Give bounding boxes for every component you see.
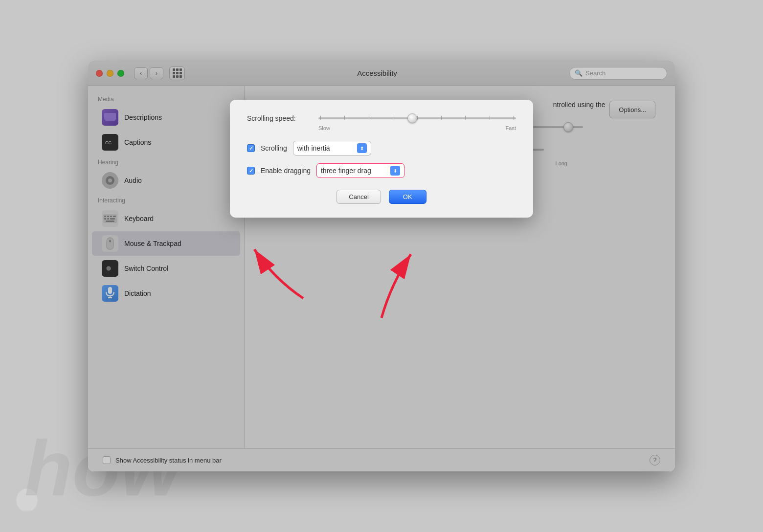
modal-dragging-row: Enable dragging three finger drag ⬍ [247, 163, 516, 178]
modal-scrolling-label: Scrolling [261, 144, 287, 152]
modal-dialog: Scrolling speed: [230, 100, 533, 218]
modal-scrolling-row: Scrolling with inertia ⬍ [247, 141, 516, 155]
modal-dragging-checkbox[interactable] [247, 167, 255, 175]
main-window: ‹ › Accessibility 🔍 Search Media [88, 61, 675, 471]
fast-label: Fast [506, 125, 516, 131]
modal-speed-label: Scrolling speed: [247, 114, 311, 122]
modal-cancel-button[interactable]: Cancel [337, 190, 381, 204]
modal-buttons: Cancel OK [247, 190, 516, 204]
lightbulb-icon [10, 483, 44, 527]
modal-dragging-label: Enable dragging [261, 167, 311, 175]
modal-ok-button[interactable]: OK [389, 190, 426, 204]
modal-speed-row: Scrolling speed: [247, 114, 516, 122]
modal-overlay: Scrolling speed: [88, 61, 675, 471]
modal-scrolling-arrow: ⬍ [357, 143, 367, 153]
modal-scrolling-value: with inertia [297, 144, 354, 152]
svg-point-24 [16, 488, 38, 512]
modal-speed-track[interactable] [318, 117, 516, 119]
svg-rect-27 [24, 516, 30, 518]
modal-dragging-arrow: ⬍ [390, 166, 400, 176]
modal-dragging-value: three finger drag [321, 167, 387, 175]
slow-label: Slow [318, 125, 330, 131]
modal-scrolling-select[interactable]: with inertia ⬍ [293, 141, 371, 155]
modal-speed-labels: Slow Fast [318, 125, 516, 131]
modal-speed-thumb [407, 113, 417, 123]
modal-scrolling-checkbox[interactable] [247, 144, 255, 152]
svg-rect-26 [23, 513, 30, 516]
modal-dragging-select[interactable]: three finger drag ⬍ [316, 163, 404, 178]
svg-rect-25 [22, 510, 31, 513]
